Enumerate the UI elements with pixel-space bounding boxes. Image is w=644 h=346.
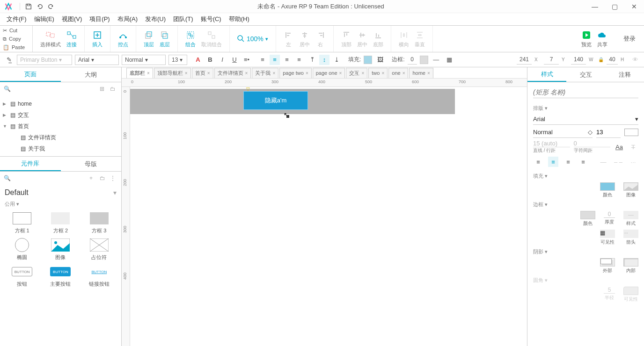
text-color-button[interactable]: A xyxy=(193,55,203,65)
ungroup-button[interactable]: 取消组合 xyxy=(198,29,225,49)
page-tab[interactable]: home× xyxy=(409,68,433,78)
border-color[interactable] xyxy=(420,56,428,64)
rp-dash-1[interactable]: — xyxy=(598,157,608,167)
page-tab[interactable]: page one× xyxy=(313,68,345,78)
rp-color-box[interactable] xyxy=(624,129,638,136)
distribute-h-button[interactable]: 横向 xyxy=(396,29,412,49)
undo-icon[interactable] xyxy=(34,1,45,12)
rp-align-center[interactable]: ≡ xyxy=(548,157,558,167)
align-top-button[interactable]: 顶部 xyxy=(338,29,354,49)
tree-item[interactable]: ▼▤首页 xyxy=(3,121,118,132)
widget-box1[interactable]: 方框 1 xyxy=(5,211,39,234)
add-page-icon[interactable]: ⊞ xyxy=(100,86,107,93)
tab-outline[interactable]: 大纲 xyxy=(61,67,122,82)
close-button[interactable]: ✕ xyxy=(624,0,644,13)
add-lib-icon[interactable]: + xyxy=(89,175,97,182)
page-tab[interactable]: 文件详情页× xyxy=(214,68,251,78)
close-icon[interactable]: × xyxy=(339,71,342,76)
align-middle-button[interactable]: 居中 xyxy=(354,29,370,49)
insert-button[interactable]: 插入 xyxy=(89,29,105,49)
border-style-button[interactable]: — xyxy=(431,55,441,65)
lib-search-input[interactable] xyxy=(14,175,87,182)
page-tab[interactable]: 首页× xyxy=(192,68,213,78)
close-icon[interactable]: × xyxy=(402,71,405,76)
page-tab[interactable]: 底部栏× xyxy=(126,68,153,78)
font-dropdown[interactable]: Arial▾ xyxy=(75,55,119,65)
valign-bottom[interactable]: ⤓ xyxy=(331,55,342,65)
tree-item[interactable]: ▤文件详情页 xyxy=(13,132,118,143)
style-painter-icon[interactable]: ✎̲ xyxy=(4,55,14,65)
vertical-ruler[interactable]: 0 100 200 300 400 xyxy=(122,87,130,346)
widget-box3[interactable]: 方框 3 xyxy=(82,211,117,234)
align-left-text[interactable]: ≡ xyxy=(257,55,268,65)
weight-dropdown[interactable]: Normal▾ xyxy=(122,55,166,65)
border-side-button[interactable]: ▦ xyxy=(444,55,454,65)
visibility-toggle[interactable]: 👁 xyxy=(630,55,640,65)
widget-button[interactable]: BUTTON按钮 xyxy=(5,265,39,288)
rp-font-dropdown[interactable]: Arial▾ xyxy=(533,114,638,125)
fill-color-swatch[interactable] xyxy=(600,182,615,191)
menu-view[interactable]: 视图(V) xyxy=(58,13,86,25)
close-icon[interactable]: × xyxy=(361,71,364,76)
widget-placeholder[interactable]: 占位符 xyxy=(82,238,117,261)
tab-notes[interactable]: 注释 xyxy=(605,67,644,82)
text-case-button[interactable]: Aa xyxy=(614,142,624,152)
selection-handle[interactable] xyxy=(286,115,289,118)
border-visibility[interactable]: ▦ xyxy=(600,230,615,238)
rp-align-left[interactable]: ≡ xyxy=(533,157,543,167)
point-button[interactable]: 控点 xyxy=(115,29,131,49)
inner-shadow[interactable] xyxy=(623,258,638,267)
valign-middle[interactable]: ↕ xyxy=(319,55,329,65)
copy-button[interactable]: ⧉ Copy xyxy=(3,35,32,43)
menu-help[interactable]: 帮助(H) xyxy=(225,13,253,25)
char-spacing-input[interactable]: 0 xyxy=(574,140,611,147)
menu-layout[interactable]: 布局(A) xyxy=(114,13,141,25)
cut-button[interactable]: ✂ Cut xyxy=(3,26,32,35)
tab-masters[interactable]: 母版 xyxy=(61,157,122,171)
zoom-control[interactable]: 100% ▾ xyxy=(234,34,271,43)
menu-publish[interactable]: 发布(U) xyxy=(141,13,169,25)
group-button[interactable]: 组合 xyxy=(183,29,198,49)
border-width-input[interactable] xyxy=(408,55,417,65)
valign-top[interactable]: ⤒ xyxy=(307,55,317,65)
connect-button[interactable]: 连接 xyxy=(64,29,80,49)
fill-image-swatch[interactable] xyxy=(623,182,638,191)
y-input[interactable] xyxy=(544,55,559,65)
rp-align-right[interactable]: ≡ xyxy=(563,157,573,167)
widget-box2[interactable]: 方框 2 xyxy=(43,211,78,234)
align-center-text[interactable]: ≡ xyxy=(270,55,280,65)
line-height-input[interactable]: 15 (auto) xyxy=(533,140,570,147)
paste-button[interactable]: 📋 Paste xyxy=(3,43,32,51)
close-icon[interactable]: × xyxy=(185,71,188,76)
close-icon[interactable]: × xyxy=(306,71,308,76)
page-tab[interactable]: 交互× xyxy=(346,68,367,78)
align-justify-text[interactable]: ≡ xyxy=(294,55,304,65)
underline-button[interactable]: U xyxy=(229,55,240,65)
align-left-button[interactable]: 左 xyxy=(281,29,297,49)
menu-team[interactable]: 团队(T) xyxy=(169,13,197,25)
horizontal-ruler[interactable]: 0 100 200 300 400 500 600 700 800 xyxy=(122,79,527,87)
preview-button[interactable]: 预览 xyxy=(578,29,594,49)
border-arrow[interactable]: ↔ xyxy=(623,230,638,238)
back-button[interactable]: 底层 xyxy=(157,29,173,49)
maximize-button[interactable]: ▢ xyxy=(605,0,624,13)
widget-link-button[interactable]: BUTTON链接按钮 xyxy=(82,265,117,288)
shape-name-input[interactable] xyxy=(533,86,638,98)
outer-shadow[interactable] xyxy=(600,258,615,267)
fill-image-button[interactable]: 🖼 xyxy=(375,55,385,65)
close-icon[interactable]: × xyxy=(207,71,210,76)
h-input[interactable] xyxy=(607,55,618,65)
close-icon[interactable]: × xyxy=(381,71,384,76)
tab-pages[interactable]: 页面 xyxy=(0,67,61,82)
tree-item[interactable]: ▶▤交互 xyxy=(3,109,118,121)
search-icon[interactable]: 🔍 xyxy=(4,86,11,93)
x-input[interactable] xyxy=(517,55,532,65)
page-search-input[interactable] xyxy=(14,86,97,93)
border-style-swatch[interactable]: — xyxy=(623,211,638,219)
preset-dropdown[interactable]: Primary Button▾ xyxy=(17,55,72,65)
save-icon[interactable] xyxy=(23,1,34,12)
add-folder-icon[interactable]: 🗀 xyxy=(110,86,117,93)
layout-section[interactable]: 排版 ▾ xyxy=(533,105,638,112)
close-icon[interactable]: × xyxy=(272,71,275,76)
canvas[interactable]: 0 100 200 300 400 ▽ 隐藏a'm ↖ xyxy=(122,87,527,346)
